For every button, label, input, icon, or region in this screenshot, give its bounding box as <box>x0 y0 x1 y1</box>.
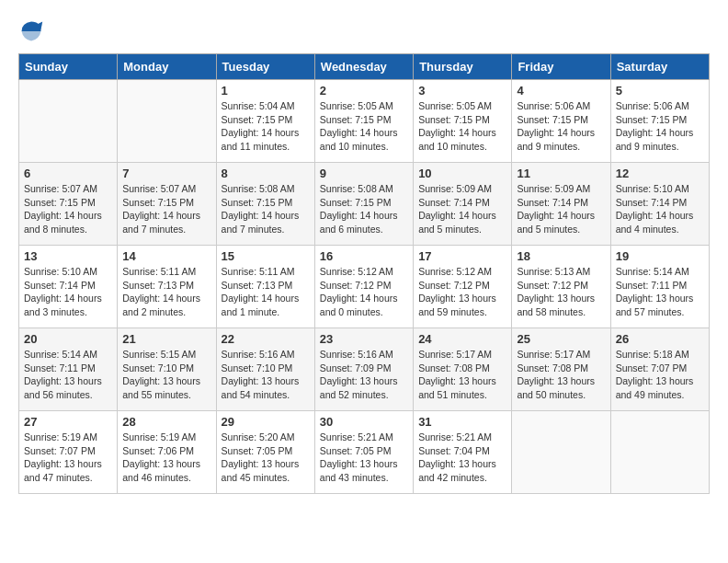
header <box>18 18 710 44</box>
calendar-cell: 5Sunrise: 5:06 AM Sunset: 7:15 PM Daylig… <box>610 80 709 163</box>
calendar-cell: 29Sunrise: 5:20 AM Sunset: 7:05 PM Dayli… <box>216 411 314 494</box>
calendar-week-row: 1Sunrise: 5:04 AM Sunset: 7:15 PM Daylig… <box>19 80 710 163</box>
calendar-cell: 17Sunrise: 5:12 AM Sunset: 7:12 PM Dayli… <box>414 246 512 328</box>
calendar-cell: 23Sunrise: 5:16 AM Sunset: 7:09 PM Dayli… <box>314 328 413 411</box>
day-number: 25 <box>517 332 605 346</box>
day-info: Sunrise: 5:05 AM Sunset: 7:15 PM Dayligh… <box>418 99 506 154</box>
day-info: Sunrise: 5:12 AM Sunset: 7:12 PM Dayligh… <box>320 265 408 319</box>
calendar-cell: 8Sunrise: 5:08 AM Sunset: 7:15 PM Daylig… <box>216 163 314 246</box>
calendar-cell: 20Sunrise: 5:14 AM Sunset: 7:11 PM Dayli… <box>19 328 118 411</box>
calendar-cell: 3Sunrise: 5:05 AM Sunset: 7:15 PM Daylig… <box>414 80 512 163</box>
calendar-cell: 9Sunrise: 5:08 AM Sunset: 7:15 PM Daylig… <box>314 163 413 246</box>
day-number: 31 <box>418 415 506 429</box>
calendar-cell: 11Sunrise: 5:09 AM Sunset: 7:14 PM Dayli… <box>512 163 610 246</box>
day-info: Sunrise: 5:07 AM Sunset: 7:15 PM Dayligh… <box>122 182 210 236</box>
calendar-cell: 18Sunrise: 5:13 AM Sunset: 7:12 PM Dayli… <box>512 246 610 328</box>
day-number: 30 <box>320 415 408 429</box>
day-number: 9 <box>320 167 408 180</box>
calendar-cell: 4Sunrise: 5:06 AM Sunset: 7:15 PM Daylig… <box>512 80 610 163</box>
calendar-cell: 12Sunrise: 5:10 AM Sunset: 7:14 PM Dayli… <box>610 163 709 246</box>
calendar-cell: 24Sunrise: 5:17 AM Sunset: 7:08 PM Dayli… <box>414 328 512 411</box>
day-info: Sunrise: 5:08 AM Sunset: 7:15 PM Dayligh… <box>222 182 310 236</box>
day-number: 15 <box>222 249 310 263</box>
weekday-header: Wednesday <box>314 54 413 80</box>
day-info: Sunrise: 5:21 AM Sunset: 7:04 PM Dayligh… <box>418 431 506 485</box>
calendar-cell: 1Sunrise: 5:04 AM Sunset: 7:15 PM Daylig… <box>216 80 314 163</box>
calendar-cell: 22Sunrise: 5:16 AM Sunset: 7:10 PM Dayli… <box>216 328 314 411</box>
day-info: Sunrise: 5:08 AM Sunset: 7:15 PM Dayligh… <box>320 182 408 236</box>
day-info: Sunrise: 5:09 AM Sunset: 7:14 PM Dayligh… <box>418 182 506 236</box>
calendar-week-row: 20Sunrise: 5:14 AM Sunset: 7:11 PM Dayli… <box>19 328 710 411</box>
calendar-cell <box>118 80 216 163</box>
calendar-cell: 28Sunrise: 5:19 AM Sunset: 7:06 PM Dayli… <box>118 411 216 494</box>
calendar-cell <box>512 411 610 494</box>
day-info: Sunrise: 5:12 AM Sunset: 7:12 PM Dayligh… <box>418 265 506 319</box>
day-number: 27 <box>24 415 112 429</box>
day-info: Sunrise: 5:13 AM Sunset: 7:12 PM Dayligh… <box>517 265 605 319</box>
day-info: Sunrise: 5:15 AM Sunset: 7:10 PM Dayligh… <box>122 348 210 402</box>
day-info: Sunrise: 5:11 AM Sunset: 7:13 PM Dayligh… <box>222 265 310 319</box>
day-info: Sunrise: 5:06 AM Sunset: 7:15 PM Dayligh… <box>616 99 704 154</box>
calendar-cell: 6Sunrise: 5:07 AM Sunset: 7:15 PM Daylig… <box>19 163 118 246</box>
logo-icon <box>18 18 44 44</box>
day-info: Sunrise: 5:19 AM Sunset: 7:06 PM Dayligh… <box>122 431 210 485</box>
calendar-cell: 14Sunrise: 5:11 AM Sunset: 7:13 PM Dayli… <box>118 246 216 328</box>
day-info: Sunrise: 5:14 AM Sunset: 7:11 PM Dayligh… <box>24 348 112 402</box>
calendar-cell: 30Sunrise: 5:21 AM Sunset: 7:05 PM Dayli… <box>314 411 413 494</box>
weekday-header: Sunday <box>19 54 118 80</box>
weekday-header: Tuesday <box>216 54 314 80</box>
calendar-cell: 26Sunrise: 5:18 AM Sunset: 7:07 PM Dayli… <box>610 328 709 411</box>
day-info: Sunrise: 5:16 AM Sunset: 7:10 PM Dayligh… <box>222 348 310 402</box>
day-info: Sunrise: 5:17 AM Sunset: 7:08 PM Dayligh… <box>517 348 605 402</box>
day-number: 28 <box>122 415 210 429</box>
day-number: 16 <box>320 249 408 263</box>
day-number: 13 <box>24 249 112 263</box>
day-number: 22 <box>222 332 310 346</box>
day-info: Sunrise: 5:11 AM Sunset: 7:13 PM Dayligh… <box>122 265 210 319</box>
day-info: Sunrise: 5:09 AM Sunset: 7:14 PM Dayligh… <box>517 182 605 236</box>
day-info: Sunrise: 5:04 AM Sunset: 7:15 PM Dayligh… <box>222 99 310 154</box>
calendar-cell <box>610 411 709 494</box>
day-number: 21 <box>122 332 210 346</box>
day-number: 17 <box>418 249 506 263</box>
day-info: Sunrise: 5:16 AM Sunset: 7:09 PM Dayligh… <box>320 348 408 402</box>
day-number: 14 <box>122 249 210 263</box>
calendar-cell: 13Sunrise: 5:10 AM Sunset: 7:14 PM Dayli… <box>19 246 118 328</box>
day-number: 19 <box>616 249 704 263</box>
calendar-cell: 15Sunrise: 5:11 AM Sunset: 7:13 PM Dayli… <box>216 246 314 328</box>
day-info: Sunrise: 5:21 AM Sunset: 7:05 PM Dayligh… <box>320 431 408 485</box>
calendar-cell: 31Sunrise: 5:21 AM Sunset: 7:04 PM Dayli… <box>414 411 512 494</box>
day-info: Sunrise: 5:10 AM Sunset: 7:14 PM Dayligh… <box>24 265 112 319</box>
day-number: 7 <box>122 167 210 180</box>
day-number: 11 <box>517 167 605 180</box>
day-number: 18 <box>517 249 605 263</box>
calendar-cell: 27Sunrise: 5:19 AM Sunset: 7:07 PM Dayli… <box>19 411 118 494</box>
calendar-cell: 10Sunrise: 5:09 AM Sunset: 7:14 PM Dayli… <box>414 163 512 246</box>
day-info: Sunrise: 5:07 AM Sunset: 7:15 PM Dayligh… <box>24 182 112 236</box>
logo <box>18 18 48 44</box>
day-info: Sunrise: 5:19 AM Sunset: 7:07 PM Dayligh… <box>24 431 112 485</box>
calendar-cell: 7Sunrise: 5:07 AM Sunset: 7:15 PM Daylig… <box>118 163 216 246</box>
day-number: 10 <box>418 167 506 180</box>
day-info: Sunrise: 5:05 AM Sunset: 7:15 PM Dayligh… <box>320 99 408 154</box>
weekday-header: Monday <box>118 54 216 80</box>
calendar-cell: 21Sunrise: 5:15 AM Sunset: 7:10 PM Dayli… <box>118 328 216 411</box>
calendar-week-row: 27Sunrise: 5:19 AM Sunset: 7:07 PM Dayli… <box>19 411 710 494</box>
calendar-cell: 2Sunrise: 5:05 AM Sunset: 7:15 PM Daylig… <box>314 80 413 163</box>
day-number: 4 <box>517 84 605 98</box>
weekday-header-row: SundayMondayTuesdayWednesdayThursdayFrid… <box>19 54 710 80</box>
weekday-header: Saturday <box>610 54 709 80</box>
day-number: 24 <box>418 332 506 346</box>
calendar-week-row: 6Sunrise: 5:07 AM Sunset: 7:15 PM Daylig… <box>19 163 710 246</box>
calendar-cell: 25Sunrise: 5:17 AM Sunset: 7:08 PM Dayli… <box>512 328 610 411</box>
day-number: 29 <box>222 415 310 429</box>
calendar-week-row: 13Sunrise: 5:10 AM Sunset: 7:14 PM Dayli… <box>19 246 710 328</box>
day-number: 26 <box>616 332 704 346</box>
day-info: Sunrise: 5:18 AM Sunset: 7:07 PM Dayligh… <box>616 348 704 402</box>
calendar-cell <box>19 80 118 163</box>
calendar-cell: 16Sunrise: 5:12 AM Sunset: 7:12 PM Dayli… <box>314 246 413 328</box>
calendar-cell: 19Sunrise: 5:14 AM Sunset: 7:11 PM Dayli… <box>610 246 709 328</box>
day-info: Sunrise: 5:20 AM Sunset: 7:05 PM Dayligh… <box>222 431 310 485</box>
day-info: Sunrise: 5:14 AM Sunset: 7:11 PM Dayligh… <box>616 265 704 319</box>
calendar-table: SundayMondayTuesdayWednesdayThursdayFrid… <box>18 53 710 494</box>
